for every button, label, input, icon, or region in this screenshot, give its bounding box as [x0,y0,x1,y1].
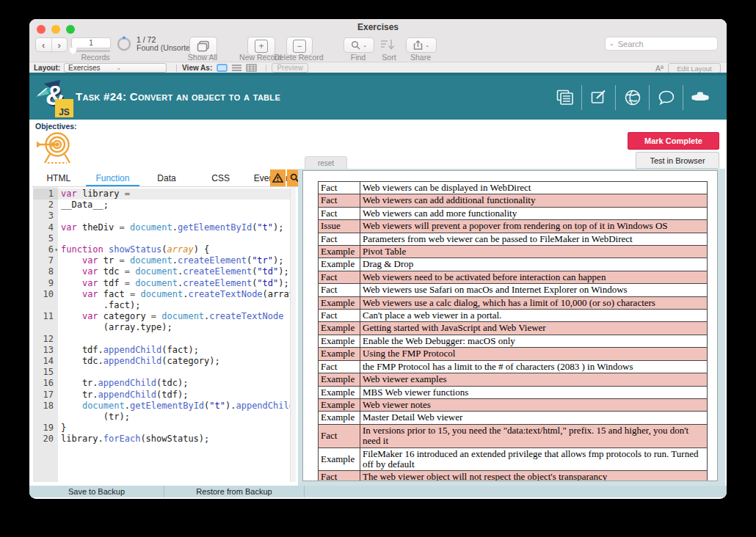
fact-row[interactable]: FactWeb viewers need to be activated bef… [319,271,708,283]
test-in-browser-button[interactable]: Test in Browser [636,152,719,169]
quick-find-search-field[interactable]: ⌄ [605,37,718,51]
code-editor[interactable]: 1var library =2__Data__;3 4var theDiv = … [33,187,296,482]
layout-selector[interactable]: Exercises ⌄ [64,63,167,73]
search-input[interactable] [617,39,724,49]
find-button[interactable]: ⌄ [344,37,374,53]
preview-button[interactable]: Preview [272,63,308,73]
editor-scrollbar[interactable] [290,187,296,482]
code-line[interactable]: 11 var category = document.createTextNod… [33,311,291,322]
fact-row[interactable]: FactParameters from web viewer can be pa… [319,233,708,245]
records-label: Records [66,53,125,62]
code-line[interactable]: 7 var tr = document.createElement("tr"); [33,255,291,266]
code-line[interactable]: 10 var fact = document.createTextNode(ar… [33,289,291,300]
code-line[interactable]: .fact); [33,300,291,311]
code-line[interactable]: 6▾function showStatus(array) { [33,244,291,255]
fact-text: Web viewers will prevent a popover from … [360,220,708,233]
fact-row[interactable]: FactWeb viewers can be displayed in WebD… [319,182,708,194]
current-record-field[interactable] [71,37,111,48]
fact-row[interactable]: FactIn versions prior to 15, you need th… [319,424,708,448]
fact-text: the FMP Protocol has a limit to the # of… [360,360,708,373]
previous-record-button[interactable]: ‹ [36,38,52,51]
code-line[interactable]: 8 var tdc = document.createElement("td")… [33,266,291,277]
fact-row[interactable]: FactWeb viewers use Safari on macOs and … [319,284,708,296]
fact-row[interactable]: ExampleWeb viewer examples [319,373,708,386]
fact-row[interactable]: IssueWeb viewers will prevent a popover … [319,220,708,233]
fact-row[interactable]: ExampleDrag & Drop [319,258,708,271]
fact-row[interactable]: Factthe FMP Protocol has a limit to the … [319,360,708,373]
edit-layout-button[interactable]: Edit Layout [668,63,721,73]
share-button[interactable]: ⌄ [406,37,437,53]
code-line[interactable]: 3 [33,211,291,222]
found-status: Found (Unsorted) [137,44,197,52]
code-line[interactable]: 5 [33,233,291,244]
list-view-icon[interactable] [231,64,242,72]
code-line[interactable]: 16 tr.appendChild(tdc); [33,378,291,389]
code-text: function showStatus(array) { [58,244,209,255]
save-to-backup-button[interactable]: Save to Backup [29,486,164,497]
fact-row[interactable]: ExampleMBS Web viewer functions [319,386,708,398]
next-record-button[interactable]: › [52,38,68,51]
fact-row[interactable]: ExampleWeb viewers use a calc dialog, wh… [319,296,708,309]
form-view-icon[interactable] [217,64,228,72]
fact-row[interactable]: FactThe web viewer object will not respe… [319,471,708,481]
fact-row[interactable]: ExampleEnable the Web Debugger: macOS on… [319,335,708,347]
line-number: 19 [33,423,58,434]
code-line[interactable]: 13 tdf.appendChild(fact); [33,345,291,356]
chat-button[interactable] [649,85,683,110]
line-number: 9 [33,278,58,289]
fact-text: Can't place a web viewer in a portal. [360,310,708,322]
fold-caret-icon[interactable]: ▾ [54,244,58,255]
line-number: 15 [33,367,58,378]
record-slider-track[interactable] [72,50,110,52]
layout-doc-button[interactable] [548,85,581,110]
code-line[interactable]: 2__Data__; [33,200,291,211]
restore-from-backup-button[interactable]: Restore from Backup [164,486,305,497]
fact-text: FileMaker 16 introduced an extended priv… [360,448,708,471]
code-line[interactable]: 15 [33,367,291,378]
code-line[interactable]: 17 tr.appendChild(tdf); [33,390,291,401]
tab-css[interactable]: CSS [194,169,248,186]
fact-row[interactable]: FactWeb viewers can add additional funct… [319,194,708,207]
code-line[interactable]: 20library.forEach(showStatus); [33,434,291,445]
sort-button[interactable] [380,39,396,54]
code-line[interactable]: (tr); [33,412,291,423]
code-line[interactable]: 14 tdc.appendChild(category); [33,356,291,367]
tab-function[interactable]: Function [86,169,140,186]
mark-complete-button[interactable]: Mark Complete [628,132,719,150]
fact-row[interactable]: ExampleWeb viewer notes [319,398,708,411]
fact-row[interactable]: ExampleUsing the FMP Protocol [319,348,708,360]
editor-lines[interactable]: 1var library =2__Data__;3 4var theDiv = … [33,189,291,445]
code-line[interactable]: 19} [33,423,291,434]
fact-category: Fact [319,207,360,219]
fact-row[interactable]: FactCan't place a web viewer in a portal… [319,310,708,322]
web-viewer[interactable]: FactWeb viewers can be displayed in WebD… [302,170,718,481]
edit-note-button[interactable] [581,85,615,110]
fact-row[interactable]: ExampleFileMaker 16 introduced an extend… [319,448,708,471]
fact-row[interactable]: FactWeb viewers can add more functionali… [319,207,708,219]
layout-selector-value: Exercises [68,64,115,72]
table-view-icon[interactable] [246,64,257,72]
formatting-bar-icon[interactable]: Aª [655,64,664,73]
web-button[interactable] [615,85,649,110]
code-text: tr.appendChild(tdc); [58,378,188,389]
fact-row[interactable]: ExampleGetting started with JavaScript a… [319,322,708,335]
code-line[interactable]: 4var theDiv = document.getElementById("t… [33,222,291,233]
car-button[interactable] [683,85,716,110]
code-line[interactable]: (array.type); [33,322,291,333]
task-header-band: & JS Task #24: Convert an object to a ta… [29,73,727,120]
code-line[interactable]: 1var library = [33,189,291,200]
code-line[interactable]: 9 var tdf = document.createElement("td")… [33,278,291,289]
code-line[interactable]: 18 document.getElementById("t").appendCh… [33,401,291,412]
fact-category: Example [319,412,360,424]
fact-row[interactable]: ExamplePivot Table [319,246,708,258]
globe-icon [624,89,641,106]
screenshot-stage: Exercises ‹ › 1 / 72 Found (Unsorted) Re… [0,0,756,537]
fact-row[interactable]: ExampleMaster Detail Web viewer [319,412,708,424]
code-line[interactable]: 12 [33,334,291,345]
tab-html[interactable]: HTML [32,169,86,186]
code-text [58,334,66,345]
found-set-pie-icon[interactable] [116,36,132,52]
tab-data[interactable]: Data [139,169,194,186]
fact-category: Fact [319,284,360,296]
warnings-button[interactable] [270,169,286,186]
